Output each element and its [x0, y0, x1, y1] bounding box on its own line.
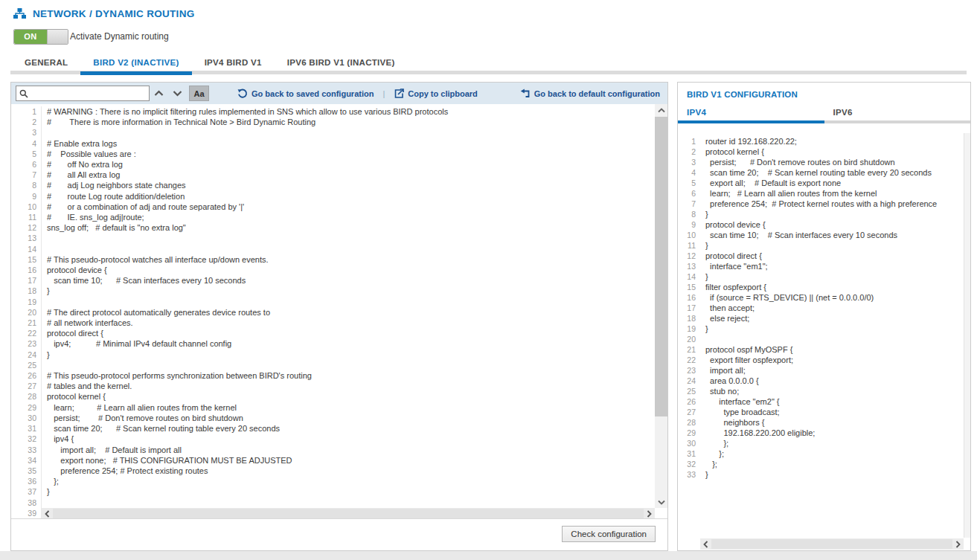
- code-line: 18 else reject;: [678, 313, 964, 324]
- scroll-up-arrow-icon[interactable]: [655, 104, 667, 116]
- line-number: 30: [678, 438, 700, 448]
- line-content: router id 192.168.220.22;: [700, 136, 797, 147]
- main-tabs: GENERALBIRD V2 (INACTIVE)IPV4 BIRD V1IPV…: [12, 54, 408, 71]
- line-content: # Enable extra logs: [42, 138, 117, 149]
- code-line: 11# IE. sns_log adj|route;: [11, 212, 655, 222]
- line-number: 16: [678, 292, 700, 303]
- toggle-label: Activate Dynamic routing: [70, 31, 169, 42]
- code-line: 37}: [11, 486, 655, 497]
- code-line: 28protocol kernel {: [11, 391, 655, 402]
- go-back-default-link[interactable]: Go back to default configuration: [520, 88, 660, 98]
- code-line: 33 import all; # Default is import all: [11, 445, 655, 455]
- vertical-scrollbar-thumb[interactable]: [655, 117, 667, 416]
- search-previous-button[interactable]: [150, 86, 168, 101]
- case-sensitive-button[interactable]: Aa: [189, 86, 209, 101]
- tab-ipv4-bird-v1[interactable]: IPV4 BIRD V1: [192, 54, 275, 71]
- horizontal-scrollbar[interactable]: [42, 508, 655, 519]
- line-number: 32: [678, 459, 700, 469]
- line-content: preference 254; # Protect kernel routes …: [700, 199, 937, 209]
- line-number: 35: [11, 466, 42, 476]
- code-line: 6# off No extra log: [11, 159, 655, 170]
- line-content: area 0.0.0.0 {: [700, 376, 759, 386]
- line-number: 5: [11, 149, 42, 159]
- code-line: 24 area 0.0.0.0 {: [678, 376, 964, 386]
- line-number: 4: [11, 138, 42, 149]
- code-line: 2# There is more information in Technica…: [11, 117, 655, 127]
- tab-ipv6-bird-v1-inactive[interactable]: IPV6 BIRD V1 (INACTIVE): [275, 54, 408, 71]
- line-number: 39: [11, 508, 42, 518]
- line-content: type broadcast;: [700, 407, 780, 417]
- line-content: scan time 10; # Scan interfaces every 10…: [42, 275, 246, 286]
- line-content: sns_log off; # default is "no extra log": [42, 222, 186, 233]
- line-number: 9: [11, 191, 42, 202]
- bird-v2-code-editor[interactable]: 1# WARNING : There is no implicit filter…: [11, 104, 667, 519]
- line-number: 22: [11, 328, 42, 338]
- line-number: 36: [11, 476, 42, 486]
- tab-bird-v2-inactive[interactable]: BIRD V2 (INACTIVE): [80, 54, 191, 71]
- bird-v1-tab-ipv4[interactable]: IPV4: [678, 104, 824, 123]
- line-number: 2: [678, 147, 700, 157]
- line-number: 11: [11, 212, 42, 222]
- line-content: }: [42, 286, 50, 296]
- code-line: 13: [11, 233, 655, 243]
- search-input[interactable]: [31, 88, 146, 99]
- line-number: 23: [678, 365, 700, 376]
- bird-v1-vertical-scrollbar[interactable]: [964, 133, 970, 538]
- scroll-right-arrow-icon[interactable]: [955, 541, 961, 548]
- scroll-left-arrow-icon[interactable]: [703, 541, 708, 548]
- code-line: 31 };: [678, 448, 964, 459]
- line-number: 26: [11, 370, 42, 381]
- line-number: 29: [678, 428, 700, 438]
- dynamic-routing-toggle[interactable]: ON: [13, 29, 68, 45]
- scroll-left-arrow-icon[interactable]: [45, 510, 50, 518]
- vertical-scrollbar[interactable]: [655, 104, 667, 508]
- line-number: 24: [678, 376, 700, 386]
- code-line: 32 };: [678, 459, 964, 469]
- code-line: 13 interface "em1";: [678, 261, 964, 271]
- code-line: 9# route Log route addition/deletion: [11, 191, 655, 202]
- code-line: 5 export all; # Default is export none: [678, 178, 964, 188]
- tab-general[interactable]: GENERAL: [12, 54, 80, 71]
- code-line: 14}: [678, 271, 964, 282]
- code-line: 3 persist; # Don't remove routes on bird…: [678, 157, 964, 167]
- line-number: 30: [11, 413, 42, 423]
- line-number: 20: [11, 307, 42, 318]
- search-box[interactable]: [16, 86, 150, 101]
- copy-to-clipboard-link[interactable]: Copy to clipboard: [394, 88, 478, 99]
- search-next-button[interactable]: [168, 86, 187, 101]
- code-line: 14: [11, 244, 655, 254]
- code-line: 16protocol device {: [11, 265, 655, 275]
- check-configuration-button[interactable]: Check configuration: [562, 526, 656, 542]
- go-back-saved-link[interactable]: Go back to saved configuration: [237, 88, 374, 99]
- code-line: 8}: [678, 209, 964, 219]
- line-number: 25: [11, 360, 42, 370]
- bird-v1-tab-ipv6[interactable]: IPV6: [824, 104, 971, 123]
- line-content: export all; # Default is export none: [700, 178, 841, 188]
- line-content: }: [42, 350, 50, 360]
- code-line: 16 if (source = RTS_DEVICE) || (net = 0.…: [678, 292, 964, 303]
- line-content: protocol direct {: [42, 328, 103, 338]
- line-number: 21: [11, 318, 42, 328]
- line-content: stub no;: [700, 386, 739, 396]
- line-number: 13: [678, 261, 700, 271]
- line-number: 19: [11, 297, 42, 307]
- code-line: 2protocol kernel {: [678, 147, 964, 157]
- line-number: 12: [11, 222, 42, 233]
- scroll-down-arrow-icon[interactable]: [655, 496, 667, 508]
- line-content: protocol kernel {: [42, 391, 106, 402]
- code-line: 1router id 192.168.220.22;: [678, 136, 964, 147]
- line-number: 16: [11, 265, 42, 275]
- network-hierarchy-icon: [13, 8, 26, 19]
- line-content: # This pseudo-protocol performs synchron…: [42, 370, 312, 381]
- horizontal-scrollbar-thumb[interactable]: [711, 539, 952, 549]
- bird-v1-horizontal-scrollbar[interactable]: [700, 538, 964, 550]
- scroll-right-arrow-icon[interactable]: [647, 510, 652, 518]
- line-number: 10: [11, 202, 42, 212]
- horizontal-scrollbar-thumb[interactable]: [53, 509, 644, 518]
- line-content: import all; # Default is import all: [42, 445, 182, 455]
- code-line: 22protocol direct {: [11, 328, 655, 338]
- line-content: }: [700, 469, 708, 480]
- code-line: 21# all network interfaces.: [11, 318, 655, 328]
- code-line: 30 };: [678, 438, 964, 448]
- line-content: protocol device {: [700, 219, 766, 230]
